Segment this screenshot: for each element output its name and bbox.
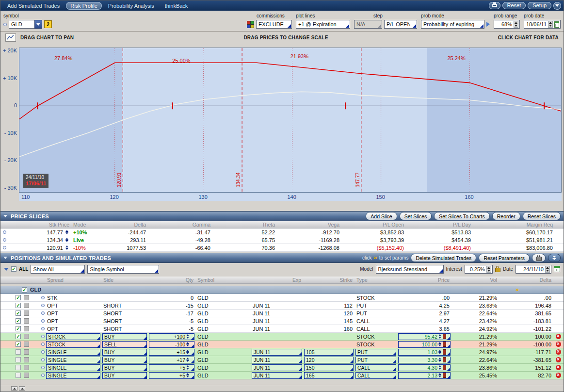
symbol-dropdown-arrow[interactable] xyxy=(34,20,42,29)
calendar-icon[interactable] xyxy=(554,21,559,28)
plot-lines-dropdown[interactable]: +1 @ Expiration xyxy=(296,20,350,29)
delete-x-icon[interactable]: × xyxy=(556,342,561,347)
stepper-arrows-icon[interactable] xyxy=(438,342,441,346)
simulated-trade-row[interactable]: SINGLEBUY+15GLDJUN 11105PUT1.0324.97%-11… xyxy=(0,348,564,356)
delete-simulated-trades-button[interactable]: Delete Simulated Trades xyxy=(411,254,476,262)
stepper-arrows-icon[interactable] xyxy=(438,373,441,377)
sim-type-dropdown[interactable]: PUT xyxy=(355,357,396,363)
sim-strike-dropdown[interactable]: 150 xyxy=(304,364,354,371)
stepper-arrows-icon[interactable] xyxy=(438,365,441,370)
reset-slices-button[interactable]: Reset Slices xyxy=(523,212,561,220)
position-col-header-spread[interactable]: Spread xyxy=(45,277,101,283)
row-enable-checkbox[interactable] xyxy=(14,326,22,331)
sim-strike-dropdown[interactable]: 120 xyxy=(304,357,354,363)
checkbox-checked-icon[interactable] xyxy=(16,318,21,324)
position-row[interactable]: OPTSHORT-17GLDJUN 11120PUT2.9722.64%381.… xyxy=(0,310,564,317)
price-link-icon[interactable] xyxy=(443,349,446,355)
slice-price-stepper[interactable]: 134.34 xyxy=(8,237,71,243)
collapse-all-button[interactable] xyxy=(548,254,561,262)
simulated-trade-row[interactable]: SINGLEBUY+5GLDJUN 11165CALL2.1325.45%82.… xyxy=(0,372,564,379)
sim-qty-stepper[interactable]: +5 xyxy=(149,372,194,379)
sim-row-delete[interactable]: × xyxy=(553,357,563,362)
scroll-up-button[interactable] xyxy=(19,386,25,391)
sim-exp-dropdown[interactable]: JUN 11 xyxy=(252,357,302,363)
collapse-triangle-icon[interactable] xyxy=(3,257,7,259)
slice-price-stepper[interactable]: 120.91 xyxy=(8,245,71,251)
price-link-icon[interactable] xyxy=(443,357,446,362)
sim-spread-dropdown[interactable]: SINGLE xyxy=(46,357,100,363)
tab-add-simulated-trades[interactable]: Add Simulated Trades xyxy=(3,2,64,10)
stepper-arrows-icon[interactable] xyxy=(438,334,441,339)
slice-col-header-margin-req[interactable]: Margin Req xyxy=(473,222,555,228)
sim-price-stepper[interactable]: 1.03 xyxy=(398,349,451,356)
sim-exp-dropdown[interactable]: JUN 11 xyxy=(252,349,302,356)
position-col-header-type[interactable]: Type xyxy=(355,277,397,283)
row-square-button[interactable] xyxy=(22,318,31,324)
checkbox-checked-icon[interactable] xyxy=(16,342,21,347)
calendar-icon[interactable] xyxy=(554,266,560,272)
sim-side-dropdown[interactable]: BUY xyxy=(102,357,147,363)
sim-qty-stepper[interactable]: -100 xyxy=(149,341,194,348)
symbol-count-badge[interactable]: 2 xyxy=(44,20,52,28)
row-enable-checkbox[interactable] xyxy=(14,310,22,316)
row-square-button[interactable] xyxy=(22,349,31,355)
model-dropdown[interactable]: Bjerksund-Stensland xyxy=(376,265,444,274)
sim-type-dropdown[interactable]: CALL xyxy=(355,372,396,379)
sim-price-stepper[interactable]: 95.42 xyxy=(398,333,451,340)
sim-strike-dropdown[interactable]: 165 xyxy=(304,372,354,379)
sim-strike-dropdown[interactable]: 105 xyxy=(304,349,354,356)
symbol-filter-dropdown[interactable]: Single Symbol xyxy=(87,265,159,274)
row-square-button[interactable] xyxy=(22,295,31,300)
simulated-trade-row[interactable]: STOCKBUY+100GLDSTOCK95.4221.29%100.00× xyxy=(0,333,564,341)
row-enable-checkbox[interactable] xyxy=(14,334,22,339)
price-link-icon[interactable] xyxy=(443,334,446,339)
slice-col-header-gamma[interactable]: Gamma xyxy=(148,222,212,228)
symbol-group-row[interactable]: GLD xyxy=(0,286,564,294)
checkbox-unchecked-icon[interactable] xyxy=(16,373,21,378)
commissions-grid-icon[interactable] xyxy=(247,21,254,28)
price-link-icon[interactable] xyxy=(443,373,446,378)
slice-col-header-theta[interactable]: Theta xyxy=(212,222,277,228)
checkbox-checked-icon[interactable] xyxy=(16,334,21,339)
slice-mode[interactable]: Live xyxy=(71,237,99,243)
group-checkbox[interactable] xyxy=(22,287,27,293)
group-collapse-icon[interactable] xyxy=(4,268,9,271)
symbol-input[interactable]: GLD xyxy=(9,20,42,29)
stepper-arrows-icon[interactable] xyxy=(65,230,68,234)
delete-x-icon[interactable]: × xyxy=(556,357,561,362)
checkbox-unchecked-icon[interactable] xyxy=(16,357,21,362)
sim-price-stepper[interactable]: 4.30 xyxy=(398,364,451,371)
row-square-button[interactable] xyxy=(22,365,31,370)
checkbox-checked-icon[interactable] xyxy=(16,326,21,331)
symbol-value[interactable]: GLD xyxy=(9,20,35,29)
sim-qty-stepper[interactable]: +5 xyxy=(149,364,194,371)
collapse-triangle-icon[interactable] xyxy=(3,215,7,217)
row-square-button[interactable] xyxy=(22,334,31,339)
row-square-button[interactable] xyxy=(22,357,31,362)
chart-area[interactable]: 120.91134.34147.7727.84%25.00%21.93%25.2… xyxy=(19,48,562,201)
sim-qty-stepper[interactable]: +100 xyxy=(149,333,194,340)
stepper-arrows-icon[interactable] xyxy=(186,358,189,362)
add-slice-button[interactable]: Add Slice xyxy=(366,212,397,220)
slice-col-header-p-l-open[interactable]: P/L Open xyxy=(341,222,406,228)
stepper-arrows-icon[interactable] xyxy=(438,350,441,354)
sim-price-stepper[interactable]: 2.13 xyxy=(398,372,451,379)
reset-parameters-button[interactable]: Reset Parameters xyxy=(479,254,530,262)
row-square-button[interactable] xyxy=(22,326,31,331)
tab-probability-analysis[interactable]: Probability Analysis xyxy=(104,2,159,10)
slice-col-header-p-l-day[interactable]: P/L Day xyxy=(406,222,473,228)
stepper-arrows-icon[interactable] xyxy=(545,266,550,273)
sim-row-delete[interactable]: × xyxy=(553,334,563,339)
slice-mode[interactable]: -10% xyxy=(71,245,99,251)
sim-qty-stepper[interactable]: +15 xyxy=(149,349,194,356)
scroll-up-button[interactable] xyxy=(11,386,17,391)
row-enable-checkbox[interactable] xyxy=(14,365,22,370)
delete-x-icon[interactable]: × xyxy=(556,365,561,370)
price-link-icon[interactable] xyxy=(443,365,446,370)
sim-price-stepper[interactable]: 3.30 xyxy=(398,357,451,363)
stepper-arrows-icon[interactable] xyxy=(186,373,189,377)
stepper-arrows-icon[interactable] xyxy=(65,238,68,242)
x-axis-labels[interactable]: 110120130140150160 xyxy=(19,194,562,201)
prob-date-stepper[interactable]: 18/06/11 xyxy=(524,20,561,29)
checkbox-unchecked-icon[interactable] xyxy=(16,365,21,370)
